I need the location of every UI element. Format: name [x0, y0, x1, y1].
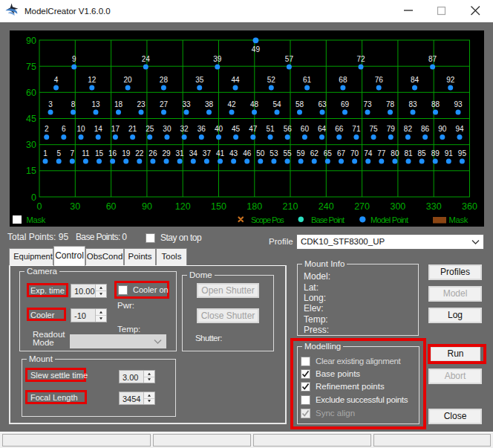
- svg-text:0: 0: [37, 201, 42, 212]
- svg-text:150: 150: [211, 201, 226, 212]
- svg-text:32: 32: [180, 125, 189, 133]
- svg-text:46: 46: [243, 149, 252, 158]
- svg-text:4: 4: [54, 76, 59, 84]
- svg-text:16: 16: [108, 149, 117, 158]
- svg-text:89: 89: [431, 149, 440, 158]
- svg-text:330: 330: [426, 201, 442, 212]
- svg-text:57: 57: [285, 55, 294, 63]
- svg-text:Base Point: Base Point: [311, 215, 345, 224]
- svg-text:52: 52: [267, 76, 276, 84]
- svg-text:49: 49: [252, 45, 261, 53]
- svg-text:83: 83: [408, 100, 417, 108]
- svg-text:19: 19: [122, 149, 131, 158]
- svg-text:22: 22: [135, 149, 144, 158]
- svg-text:210: 210: [283, 201, 298, 212]
- svg-text:45: 45: [232, 125, 241, 133]
- svg-text:35: 35: [195, 76, 204, 84]
- svg-text:30: 30: [26, 140, 36, 150]
- svg-text:75: 75: [370, 125, 379, 133]
- svg-text:26: 26: [148, 149, 157, 158]
- svg-text:0: 0: [31, 192, 36, 203]
- svg-text:75: 75: [26, 62, 36, 72]
- svg-text:78: 78: [386, 100, 395, 108]
- svg-text:Model Point: Model Point: [370, 215, 409, 224]
- svg-text:82: 82: [404, 125, 413, 133]
- svg-text:270: 270: [354, 201, 370, 212]
- svg-text:62: 62: [310, 149, 319, 158]
- svg-text:2: 2: [45, 125, 49, 133]
- svg-text:51: 51: [266, 125, 275, 133]
- svg-text:1: 1: [43, 149, 48, 158]
- svg-text:91: 91: [445, 149, 454, 158]
- svg-text:76: 76: [375, 76, 384, 84]
- svg-text:53: 53: [270, 149, 278, 158]
- svg-text:6: 6: [62, 125, 66, 133]
- svg-text:70: 70: [350, 149, 359, 158]
- svg-text:Scope Pos: Scope Pos: [251, 215, 284, 224]
- svg-text:29: 29: [162, 149, 171, 158]
- svg-text:33: 33: [182, 100, 191, 108]
- svg-text:73: 73: [363, 100, 372, 108]
- svg-text:11: 11: [82, 149, 90, 158]
- svg-text:12: 12: [88, 76, 97, 84]
- svg-text:27: 27: [160, 100, 169, 108]
- svg-text:38: 38: [205, 100, 214, 108]
- svg-text:93: 93: [454, 100, 463, 108]
- svg-text:60: 60: [26, 88, 36, 98]
- svg-text:8: 8: [71, 100, 76, 108]
- svg-text:31: 31: [176, 149, 185, 158]
- svg-text:40: 40: [215, 125, 223, 133]
- svg-text:240: 240: [319, 201, 334, 212]
- svg-text:90: 90: [142, 201, 152, 212]
- svg-text:15: 15: [95, 149, 104, 158]
- svg-text:79: 79: [387, 125, 396, 133]
- svg-text:14: 14: [94, 125, 103, 133]
- svg-text:120: 120: [175, 201, 191, 212]
- svg-text:55: 55: [283, 149, 292, 158]
- svg-text:66: 66: [335, 125, 344, 133]
- svg-text:58: 58: [296, 100, 304, 108]
- svg-text:42: 42: [227, 100, 236, 108]
- svg-text:60: 60: [106, 201, 117, 212]
- svg-text:88: 88: [431, 100, 440, 108]
- svg-text:43: 43: [229, 149, 238, 158]
- svg-text:300: 300: [390, 201, 405, 212]
- svg-text:69: 69: [341, 100, 350, 108]
- svg-text:3: 3: [48, 100, 53, 108]
- svg-text:71: 71: [352, 125, 361, 133]
- svg-text:60: 60: [301, 125, 310, 133]
- svg-text:56: 56: [284, 125, 293, 133]
- svg-text:80: 80: [391, 149, 399, 158]
- svg-text:17: 17: [111, 125, 120, 133]
- svg-text:86: 86: [421, 125, 430, 133]
- svg-text:7: 7: [71, 149, 75, 158]
- svg-text:34: 34: [189, 149, 198, 158]
- svg-text:47: 47: [249, 125, 258, 133]
- svg-text:63: 63: [318, 100, 327, 108]
- svg-text:64: 64: [318, 125, 327, 133]
- svg-text:85: 85: [418, 149, 427, 158]
- svg-text:94: 94: [455, 125, 464, 133]
- svg-text:48: 48: [250, 100, 259, 108]
- svg-text:20: 20: [124, 76, 133, 84]
- svg-text:24: 24: [142, 55, 151, 63]
- svg-text:90: 90: [26, 36, 36, 46]
- svg-text:39: 39: [213, 55, 222, 63]
- svg-text:54: 54: [272, 100, 281, 108]
- svg-text:15: 15: [26, 166, 36, 176]
- svg-text:77: 77: [377, 149, 386, 158]
- svg-text:360: 360: [462, 201, 477, 212]
- svg-text:72: 72: [356, 55, 365, 63]
- svg-text:95: 95: [458, 149, 467, 158]
- svg-text:59: 59: [297, 149, 306, 158]
- svg-text:13: 13: [91, 100, 100, 108]
- svg-text:67: 67: [337, 149, 346, 158]
- svg-text:10: 10: [76, 125, 85, 133]
- svg-text:18: 18: [114, 100, 123, 108]
- svg-text:23: 23: [137, 100, 146, 108]
- svg-text:5: 5: [56, 149, 61, 158]
- svg-text:25: 25: [146, 125, 154, 133]
- svg-text:Mask: Mask: [27, 215, 46, 224]
- svg-text:92: 92: [446, 76, 455, 84]
- svg-text:87: 87: [428, 55, 437, 63]
